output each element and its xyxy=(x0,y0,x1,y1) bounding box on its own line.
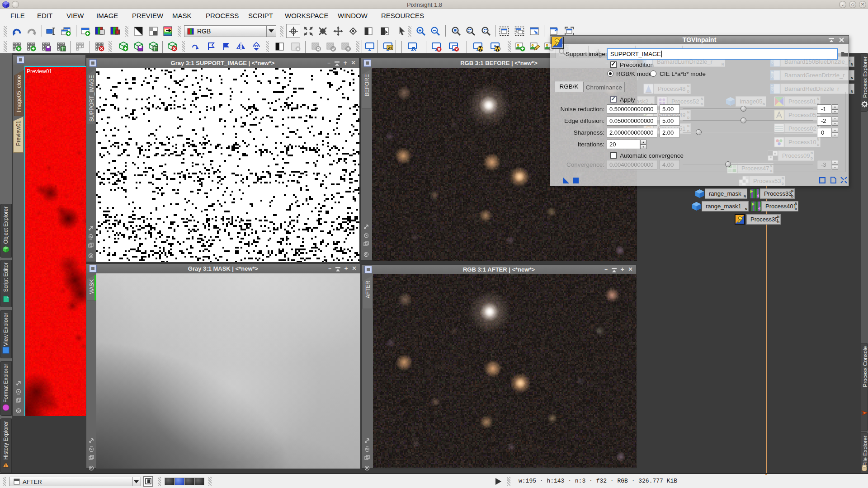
svg-text:24: 24 xyxy=(388,46,392,50)
